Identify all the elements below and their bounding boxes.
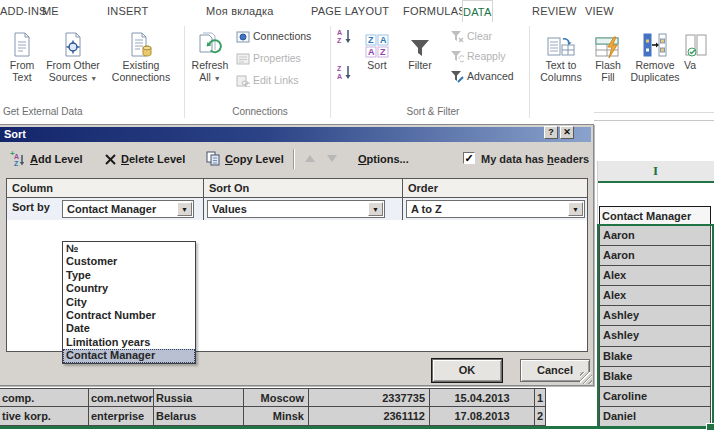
reapply-filter-button[interactable]: Reapply (450, 48, 506, 64)
ribbon-tab[interactable]: DATA (462, 0, 493, 22)
cell[interactable]: 15.04.2013 (430, 388, 535, 407)
refresh-all-icon (190, 25, 230, 59)
my-data-has-headers-label[interactable]: My data has headers (481, 150, 589, 168)
cell[interactable]: Belarus (154, 407, 244, 426)
ribbon-tab[interactable]: PAGE LAYOUT (311, 0, 389, 22)
column-combobox[interactable]: Contact Manager ▼ (62, 200, 194, 218)
dropdown-option[interactable]: Country (63, 282, 195, 295)
ribbon-tab[interactable]: REVIEW (532, 0, 577, 22)
sort-by-label: Sort by (12, 201, 50, 213)
table-header-contact-manager[interactable]: Contact Manager (599, 206, 711, 226)
column-header-I[interactable]: I (597, 161, 714, 183)
column-divider (203, 198, 204, 220)
dropdown-option[interactable]: Contract Number (63, 309, 195, 322)
cell[interactable]: Ashley (599, 326, 711, 346)
ribbon-tab[interactable]: ADD-INS (0, 0, 47, 22)
sort-ascending-button[interactable]: AZ (337, 28, 353, 44)
dropdown-option[interactable]: Type (63, 269, 195, 282)
selection-bottom-border (0, 426, 711, 429)
cell[interactable]: 2361112 (309, 407, 430, 426)
properties-icon (236, 53, 250, 69)
from-text-button[interactable]: From Text (2, 25, 42, 83)
svg-text:Z: Z (14, 160, 19, 166)
options-button[interactable]: Options... (358, 150, 409, 168)
dropdown-option[interactable]: Date (63, 322, 195, 335)
edit-links-button[interactable]: Edit Links (236, 72, 299, 88)
ok-button[interactable]: OK (432, 359, 502, 382)
filter-button[interactable]: Filter (402, 25, 438, 71)
properties-button[interactable]: Properties (236, 50, 301, 66)
cell[interactable]: enterprise (89, 407, 154, 426)
svg-text:Z: Z (337, 37, 342, 44)
dropdown-caret-icon: ▼ (90, 75, 97, 82)
cell[interactable]: Aaron (599, 246, 711, 266)
advanced-filter-button[interactable]: Advanced (450, 68, 514, 84)
svg-text:A: A (380, 35, 387, 45)
cell[interactable]: 1 (535, 388, 546, 407)
cell[interactable]: Moscow (244, 388, 309, 407)
existing-connections-button[interactable]: Existing Connections (108, 25, 174, 83)
data-validation-button-partial[interactable]: Va (684, 25, 714, 71)
cell[interactable]: Aaron (599, 226, 711, 246)
combobox-arrow-icon[interactable]: ▼ (368, 202, 383, 216)
move-up-button[interactable] (305, 155, 315, 162)
cell[interactable]: 2337735 (309, 388, 430, 407)
cell[interactable]: Blake (599, 367, 711, 387)
group-separator (529, 26, 530, 118)
refresh-all-button[interactable]: Refresh All ▼ (190, 25, 230, 85)
sort-dialog: Sort ? ✕ +AZAdd Level Delete Level Copy … (0, 124, 594, 386)
dropdown-option[interactable]: Customer (63, 255, 195, 268)
combobox-arrow-icon[interactable]: ▼ (177, 202, 192, 216)
dialog-title-bar[interactable]: Sort (0, 127, 591, 142)
dropdown-option[interactable]: № (63, 242, 195, 255)
cell[interactable]: Caroline (599, 387, 711, 407)
sort-on-combobox[interactable]: Values ▼ (207, 200, 385, 218)
column-dropdown-list: №CustomerTypeCountryCityContract NumberD… (62, 241, 196, 364)
connections-button[interactable]: Connections (236, 28, 311, 44)
filter-icon (402, 25, 438, 59)
cell[interactable]: tive korp. (0, 407, 89, 426)
group-separator (330, 26, 331, 118)
sort-descending-button[interactable]: ZA (337, 64, 353, 80)
help-button[interactable]: ? (544, 126, 558, 139)
svg-text:A: A (337, 29, 342, 36)
close-button[interactable]: ✕ (560, 126, 574, 139)
cell[interactable]: com.network (89, 388, 154, 407)
ribbon-tab[interactable]: VIEW (585, 0, 614, 22)
cell[interactable]: 17.08.2013 (430, 407, 535, 426)
cell[interactable]: Minsk (244, 407, 309, 426)
add-level-button[interactable]: +AZAdd Level (10, 150, 83, 168)
cell[interactable]: Russia (154, 388, 244, 407)
from-other-sources-button[interactable]: From Other Sources ▼ (44, 25, 102, 85)
cell[interactable]: Ashley (599, 306, 711, 326)
clear-filter-button[interactable]: Clear (450, 28, 492, 44)
cell[interactable]: comp. (0, 388, 89, 407)
from-other-sources-icon (44, 25, 102, 59)
remove-duplicates-button[interactable]: Remove Duplicates (630, 25, 680, 83)
cell[interactable]: Alex (599, 266, 711, 286)
ribbon-tab[interactable]: INSERT (107, 0, 148, 22)
combobox-arrow-icon[interactable]: ▼ (568, 202, 583, 216)
svg-text:A: A (14, 153, 19, 160)
order-combobox[interactable]: A to Z ▼ (406, 200, 585, 218)
dropdown-option[interactable]: City (63, 296, 195, 309)
delete-level-button[interactable]: Delete Level (104, 150, 185, 168)
fill-handle[interactable] (706, 423, 714, 430)
dropdown-option[interactable]: Limitation years (63, 336, 195, 349)
ribbon-tab[interactable]: Моя вкладка (206, 0, 274, 22)
cell[interactable]: Daniel (599, 407, 711, 427)
text-to-columns-button[interactable]: Text to Columns (538, 25, 584, 83)
my-data-has-headers-checkbox[interactable]: ✓ (463, 152, 475, 164)
from-text-icon (2, 25, 42, 59)
dialog-resize-grip[interactable] (580, 372, 592, 384)
cell[interactable]: 2 (535, 407, 546, 426)
flash-fill-button[interactable]: Flash Fill (590, 25, 626, 83)
sort-button[interactable]: ZAAZ Sort (358, 25, 396, 71)
dialog-toolbar: +AZAdd Level Delete Level Copy Level Opt… (0, 147, 591, 171)
cell[interactable]: Alex (599, 286, 711, 306)
copy-level-button[interactable]: Copy Level (206, 150, 284, 168)
dropdown-option[interactable]: Contact Manager (63, 349, 195, 362)
move-down-button[interactable] (327, 155, 337, 162)
excel-window: MEINSERTМоя вкладкаPAGE LAYOUTFORMULASDA… (0, 0, 714, 430)
cell[interactable]: Blake (599, 347, 711, 367)
